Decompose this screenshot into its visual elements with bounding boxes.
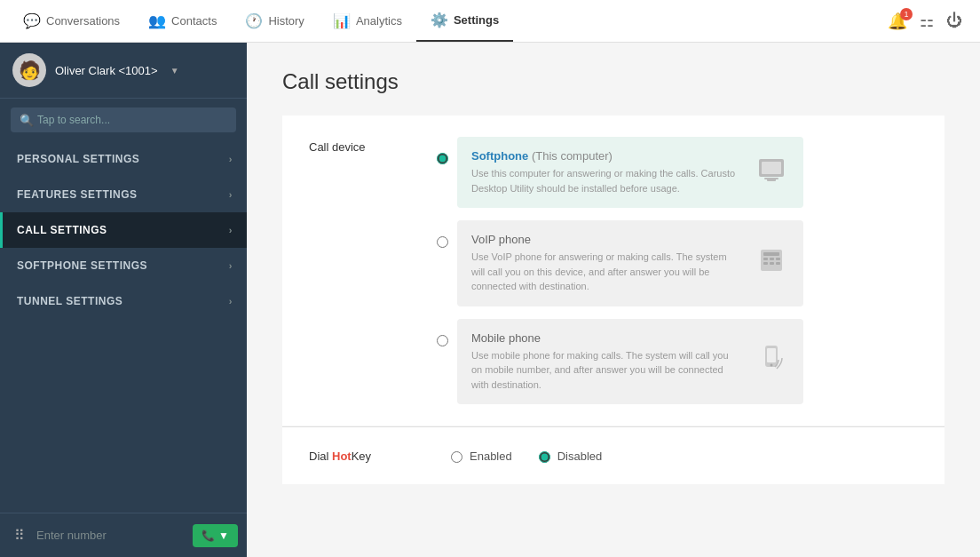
sidebar-item-label: CALL SETTINGS <box>17 224 107 236</box>
call-device-label: Call device <box>309 137 415 154</box>
sidebar-item-call[interactable]: CALL SETTINGS › <box>0 212 247 248</box>
hotkey-hot: Hot <box>332 450 352 463</box>
softphone-radio[interactable] <box>437 153 448 164</box>
sidebar-item-personal[interactable]: PERSONAL SETTINGS › <box>0 141 247 177</box>
softphone-subtitle: (This computer) <box>532 149 612 163</box>
svg-rect-1 <box>762 162 781 174</box>
voip-desc: Use VoIP phone for answering or making c… <box>471 250 741 294</box>
chevron-right-icon: › <box>229 296 233 306</box>
notification-bell[interactable]: 🔔 1 <box>888 12 907 31</box>
sidebar-footer: ⠿ 📞 ▼ <box>0 513 247 557</box>
notification-badge: 1 <box>900 8 913 20</box>
user-dropdown-arrow[interactable]: ▼ <box>170 66 179 76</box>
svg-rect-10 <box>770 262 774 265</box>
chevron-right-icon: › <box>229 225 233 235</box>
hotkey-label: Dial HotKey <box>309 450 415 463</box>
chevron-right-icon: › <box>229 154 233 164</box>
sidebar-header: 🧑 Oliver Clark <1001> ▼ <box>0 43 247 99</box>
svg-point-14 <box>771 364 773 367</box>
svg-rect-7 <box>770 258 774 260</box>
sidebar-item-label: FEATURES SETTINGS <box>17 188 138 201</box>
sidebar-item-tunnel[interactable]: TUNNEL SETTINGS › <box>0 283 247 319</box>
nav-item-history[interactable]: 🕐 History <box>231 0 318 42</box>
call-device-row: Call device Softphone (This computer) Us… <box>309 137 918 404</box>
sidebar-item-features[interactable]: FEATURES SETTINGS › <box>0 177 247 212</box>
mobile-desc: Use mobile phone for making calls. The s… <box>471 348 741 393</box>
voip-text: VoIP phone Use VoIP phone for answering … <box>471 233 741 294</box>
svg-rect-5 <box>763 252 779 256</box>
voip-radio[interactable] <box>437 236 448 248</box>
voip-title: VoIP phone <box>471 233 741 246</box>
hotkey-enabled-option[interactable]: Enabled <box>451 449 512 463</box>
softphone-title: Softphone (This computer) <box>471 149 741 163</box>
nav-right-actions: 🔔 1 ⚏ ⏻ <box>888 12 971 31</box>
hotkey-disabled-radio[interactable] <box>539 451 550 463</box>
hotkey-enabled-label: Enabled <box>470 450 512 463</box>
svg-rect-13 <box>767 348 776 362</box>
mobile-icon <box>754 342 789 380</box>
mobile-text: Mobile phone Use mobile phone for making… <box>471 331 741 393</box>
nav-item-analytics[interactable]: 📊 Analytics <box>319 0 416 42</box>
sidebar-nav: PERSONAL SETTINGS › FEATURES SETTINGS › … <box>0 141 247 513</box>
dialpad-button[interactable]: ⠿ <box>9 522 29 549</box>
call-button[interactable]: 📞 ▼ <box>193 524 238 547</box>
dial-hotkey-section: Dial HotKey Enabled Disabled <box>282 427 944 484</box>
history-icon: 🕐 <box>245 12 263 29</box>
nav-label-history: History <box>268 14 304 28</box>
contacts-icon: 👥 <box>148 12 166 29</box>
main-layout: 🧑 Oliver Clark <1001> ▼ 🔍 PERSONAL SETTI… <box>0 43 980 557</box>
top-navigation: 💬 Conversations 👥 Contacts 🕐 History 📊 A… <box>0 0 980 43</box>
search-icon: 🔍 <box>20 114 34 127</box>
mobile-option-wrap: Mobile phone Use mobile phone for making… <box>437 319 918 405</box>
nav-label-analytics: Analytics <box>356 14 402 28</box>
hotkey-disabled-option[interactable]: Disabled <box>539 449 603 463</box>
hotkey-enabled-radio[interactable] <box>451 451 462 463</box>
nav-label-contacts: Contacts <box>171 14 217 28</box>
hotkey-options: Enabled Disabled <box>451 449 602 463</box>
voip-option-wrap: VoIP phone Use VoIP phone for answering … <box>437 220 918 306</box>
nav-item-conversations[interactable]: 💬 Conversations <box>9 0 134 42</box>
nav-item-contacts[interactable]: 👥 Contacts <box>134 0 231 42</box>
svg-rect-8 <box>776 258 780 260</box>
settings-icon: ⚙️ <box>431 12 448 28</box>
hotkey-row: Dial HotKey Enabled Disabled <box>309 449 918 463</box>
page-title: Call settings <box>282 69 944 94</box>
voip-icon <box>754 244 789 282</box>
softphone-option-wrap: Softphone (This computer) Use this compu… <box>437 137 918 208</box>
grid-menu-icon[interactable]: ⚏ <box>920 12 934 31</box>
svg-rect-11 <box>776 262 780 265</box>
softphone-icon <box>754 154 789 192</box>
dial-input[interactable] <box>36 529 186 542</box>
search-wrap: 🔍 <box>11 107 236 132</box>
hotkey-disabled-label: Disabled <box>557 450 603 463</box>
mobile-title: Mobile phone <box>471 331 741 345</box>
voip-card[interactable]: VoIP phone Use VoIP phone for answering … <box>457 220 803 306</box>
mobile-radio[interactable] <box>437 335 448 346</box>
call-dropdown-arrow: ▼ <box>218 529 229 542</box>
nav-items: 💬 Conversations 👥 Contacts 🕐 History 📊 A… <box>9 0 513 42</box>
sidebar-item-label: TUNNEL SETTINGS <box>17 295 122 307</box>
conversations-icon: 💬 <box>23 12 41 29</box>
sidebar-item-label: PERSONAL SETTINGS <box>17 153 139 165</box>
hotkey-key: Key <box>352 450 371 463</box>
mobile-card[interactable]: Mobile phone Use mobile phone for making… <box>457 319 803 405</box>
call-device-section: Call device Softphone (This computer) Us… <box>282 115 944 426</box>
nav-label-conversations: Conversations <box>46 14 120 28</box>
nav-item-settings[interactable]: ⚙️ Settings <box>416 0 513 42</box>
softphone-desc: Use this computer for answering or makin… <box>471 166 741 195</box>
user-name: Oliver Clark <1001> <box>55 64 158 77</box>
svg-rect-9 <box>763 262 768 265</box>
power-icon[interactable]: ⏻ <box>946 12 962 30</box>
avatar: 🧑 <box>12 53 46 87</box>
sidebar-item-softphone[interactable]: SOFTPHONE SETTINGS › <box>0 248 247 283</box>
svg-rect-3 <box>764 178 778 179</box>
softphone-card[interactable]: Softphone (This computer) Use this compu… <box>457 137 803 208</box>
softphone-title-highlight: Softphone <box>471 149 528 163</box>
call-icon: 📞 <box>202 529 215 542</box>
search-input[interactable] <box>11 107 236 132</box>
analytics-icon: 📊 <box>333 12 351 29</box>
sidebar: 🧑 Oliver Clark <1001> ▼ 🔍 PERSONAL SETTI… <box>0 43 247 557</box>
device-options: Softphone (This computer) Use this compu… <box>437 137 918 404</box>
chevron-right-icon: › <box>229 260 233 271</box>
chevron-right-icon: › <box>229 189 233 200</box>
